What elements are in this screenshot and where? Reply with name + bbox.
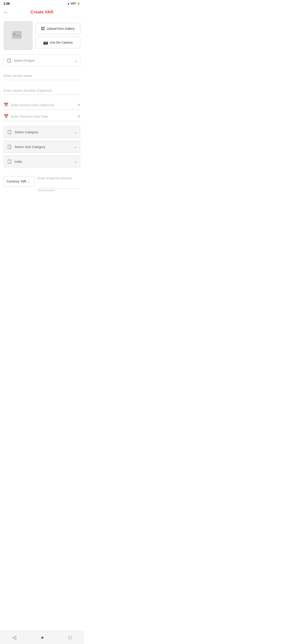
camera-icon: 📷 xyxy=(43,40,48,45)
signal-icon: ▲ xyxy=(67,2,70,5)
calendar-due-icon: 📅 xyxy=(4,114,8,119)
chevron-down-icon: ⌄ xyxy=(74,58,77,62)
vendor-name-field xyxy=(4,71,80,81)
gallery-icon: 🖼 xyxy=(41,26,45,31)
page-title: Create VAR xyxy=(30,10,54,14)
camera-button-label: Use the Camera xyxy=(50,41,73,44)
select-category-label: Select Category xyxy=(14,130,74,134)
select-category-field[interactable]: 📋 Select Category ⌄ xyxy=(4,126,80,138)
select-project-field[interactable]: 📋 Select Project ⌄ xyxy=(4,54,80,66)
country-icon: 📋 xyxy=(7,159,12,164)
status-time: 1:06 xyxy=(4,2,10,5)
upload-buttons: 🖼 Upload from Gallery 📷 Use the Camera xyxy=(35,21,80,50)
project-icon: 📋 xyxy=(6,58,12,63)
placeholder-image-icon xyxy=(12,29,25,42)
clear-invoice-date-icon[interactable]: ✕ xyxy=(77,103,80,107)
country-chevron-icon: ⌄ xyxy=(74,160,77,164)
category-chevron-icon: ⌄ xyxy=(74,130,77,134)
invoice-number-field xyxy=(4,86,80,96)
select-subcategory-label: Select Sub Category xyxy=(14,145,74,149)
select-subcategory-field[interactable]: 📋 Select Sub Category ⌄ xyxy=(4,140,80,153)
back-button[interactable]: ← xyxy=(4,10,8,15)
wifi-icon: WiFi xyxy=(71,2,76,5)
select-project-label: Select Project xyxy=(14,58,74,62)
currency-label: Currency: INR xyxy=(6,180,26,183)
country-label: India xyxy=(14,160,74,164)
currency-chevron-icon: ⌄ xyxy=(28,180,30,183)
vendor-name-input[interactable] xyxy=(4,72,80,80)
use-camera-button[interactable]: 📷 Use the Camera xyxy=(35,37,80,48)
amount-label: Enter Expense Amount xyxy=(38,176,80,180)
expense-amount-input[interactable] xyxy=(38,181,80,188)
payment-due-date-field[interactable]: 📅 Enter Payment Due Date ✕ xyxy=(4,112,80,121)
payment-due-date-placeholder: Enter Payment Due Date xyxy=(11,114,77,118)
main-content: 🖼 Upload from Gallery 📷 Use the Camera 📋… xyxy=(0,18,84,195)
clear-payment-date-icon[interactable]: ✕ xyxy=(77,114,80,118)
upload-section: 🖼 Upload from Gallery 📷 Use the Camera xyxy=(4,21,80,50)
status-bar: 1:06 ▲ WiFi 🔋 xyxy=(0,0,84,7)
back-icon: ← xyxy=(4,10,8,14)
upload-gallery-button[interactable]: 🖼 Upload from Gallery xyxy=(35,23,80,34)
category-icon: 📋 xyxy=(7,130,12,134)
status-icons: ▲ WiFi 🔋 xyxy=(67,2,80,5)
taxes-note: Taxes Excluded xyxy=(38,189,80,192)
header: ← Create VAR xyxy=(0,7,84,18)
subcategory-icon: 📋 xyxy=(7,144,12,149)
bottom-section: Currency: INR ⌄ Enter Expense Amount Tax… xyxy=(4,176,80,192)
battery-icon: 🔋 xyxy=(77,2,80,5)
amount-section: Enter Expense Amount Taxes Excluded xyxy=(38,176,80,192)
invoice-date-placeholder: Enter Invoice Date (Optional) xyxy=(11,103,77,107)
gallery-button-label: Upload from Gallery xyxy=(47,27,75,30)
subcategory-chevron-icon: ⌄ xyxy=(74,145,77,149)
invoice-number-input[interactable] xyxy=(4,86,80,95)
currency-selector[interactable]: Currency: INR ⌄ xyxy=(4,176,35,186)
country-field[interactable]: 📋 India ⌄ xyxy=(4,155,80,168)
calendar-icon: 📅 xyxy=(4,102,8,107)
image-preview[interactable] xyxy=(4,21,33,50)
invoice-date-field[interactable]: 📅 Enter Invoice Date (Optional) ✕ xyxy=(4,100,80,110)
